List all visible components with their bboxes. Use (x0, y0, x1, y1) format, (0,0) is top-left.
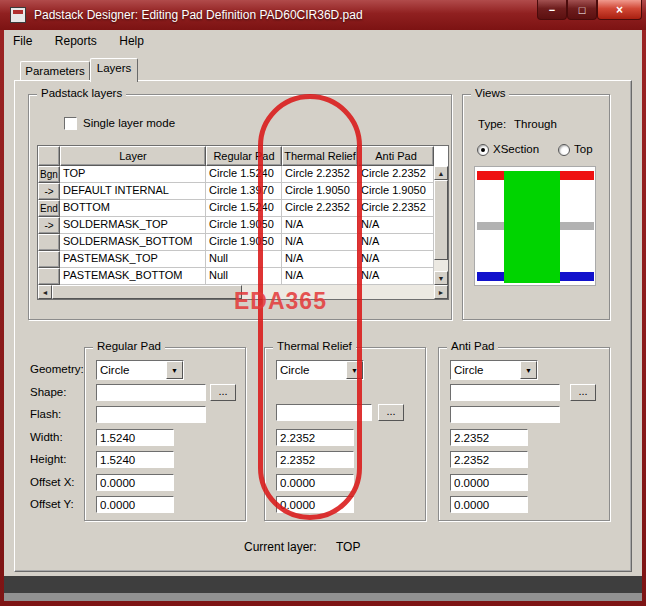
thermal-relief-cell[interactable]: N/A (282, 268, 358, 285)
anti-height-input[interactable] (450, 451, 528, 468)
single-layer-mode-checkbox[interactable] (64, 117, 77, 130)
regular-shape-browse-button[interactable]: ... (210, 384, 236, 401)
anti-shape-browse-button[interactable]: ... (570, 384, 596, 401)
window-bottom-bar (4, 593, 642, 601)
close-button[interactable]: × (597, 0, 642, 20)
chevron-down-icon[interactable]: ▼ (166, 361, 183, 379)
top-layer-right-bar (560, 171, 594, 180)
window: Padstack Designer: Editing Pad Definitio… (0, 0, 646, 606)
regular-pad-cell[interactable]: Circle 1.9050 (206, 217, 282, 234)
bottom-layer-right-bar (560, 272, 594, 281)
thermal-relief-cell[interactable]: Circle 2.2352 (282, 166, 358, 183)
menu-item-file[interactable]: File (4, 30, 41, 54)
menu-item-reports[interactable]: Reports (46, 30, 106, 54)
row-marker-cell[interactable] (38, 234, 60, 251)
row-marker-cell[interactable]: End (38, 200, 60, 217)
regular-offset-y-input[interactable] (96, 496, 174, 513)
minimize-icon: − (549, 4, 555, 16)
layer-name-cell[interactable]: SOLDERMASK_BOTTOM (60, 234, 206, 251)
row-marker-cell[interactable]: Bgn (38, 166, 60, 183)
anti-offset-x-input[interactable] (450, 474, 528, 491)
xsection-radio[interactable] (477, 144, 489, 156)
maximize-icon: □ (579, 4, 586, 16)
layer-name-cell[interactable]: BOTTOM (60, 200, 206, 217)
scroll-left-button[interactable]: ◄ (38, 285, 52, 299)
anti-flash-input[interactable] (450, 406, 560, 423)
scroll-left-icon: ◄ (42, 289, 49, 296)
column-header-regular-pad[interactable]: Regular Pad (206, 146, 282, 166)
thermal-relief-cell[interactable]: N/A (282, 234, 358, 251)
regular-flash-input[interactable] (96, 406, 206, 423)
regular-pad-cell[interactable]: Circle 1.5240 (206, 200, 282, 217)
anti-pad-cell[interactable]: N/A (358, 251, 434, 268)
column-header-layer[interactable]: Layer (60, 146, 206, 166)
thermal-relief-cell[interactable]: Circle 2.2352 (282, 200, 358, 217)
anti-pad-cell[interactable]: N/A (358, 234, 434, 251)
window-title: Padstack Designer: Editing Pad Definitio… (34, 8, 363, 22)
vertical-scroll-thumb[interactable] (434, 180, 448, 260)
thermal-flash-browse-button[interactable]: ... (378, 404, 404, 421)
anti-pad-cell[interactable]: Circle 2.2352 (358, 200, 434, 217)
app-icon (10, 7, 26, 23)
scroll-up-button[interactable]: ▲ (434, 166, 448, 180)
regular-geometry-value: Circle (100, 364, 129, 376)
scroll-down-button[interactable]: ▼ (434, 271, 448, 285)
regular-pad-cell[interactable]: Null (206, 268, 282, 285)
regular-pad-cell[interactable]: Circle 1.5240 (206, 166, 282, 183)
regular-width-input[interactable] (96, 429, 174, 446)
thermal-relief-cell[interactable]: N/A (282, 217, 358, 234)
top-layer-left-bar (477, 171, 504, 180)
regular-pad-cell[interactable]: Null (206, 251, 282, 268)
regular-geometry-select[interactable]: Circle ▼ (96, 360, 184, 380)
thermal-offset-x-input[interactable] (276, 474, 354, 491)
menu-item-help[interactable]: Help (110, 30, 153, 54)
chevron-down-icon[interactable]: ▼ (520, 361, 537, 379)
minimize-button[interactable]: − (537, 0, 567, 20)
type-value: Through (514, 118, 557, 130)
column-header-anti-pad[interactable]: Anti Pad (358, 146, 434, 166)
single-layer-mode-label: Single layer mode (83, 117, 175, 129)
regular-pad-cell[interactable]: Circle 1.9050 (206, 234, 282, 251)
anti-width-input[interactable] (450, 429, 528, 446)
thermal-geometry-select[interactable]: Circle ▼ (276, 360, 364, 380)
regular-shape-input[interactable] (96, 384, 206, 401)
regular-pad-cell[interactable]: Circle 1.3970 (206, 183, 282, 200)
regular-height-input[interactable] (96, 451, 174, 468)
tab-layers[interactable]: Layers (90, 58, 138, 82)
horizontal-scroll-thumb[interactable] (52, 285, 242, 299)
anti-shape-input[interactable] (450, 384, 560, 401)
layer-name-cell[interactable]: DEFAULT INTERNAL (60, 183, 206, 200)
thermal-offset-y-input[interactable] (276, 496, 354, 513)
tab-parameters[interactable]: Parameters (20, 61, 90, 80)
thermal-relief-cell[interactable]: Circle 1.9050 (282, 183, 358, 200)
layer-name-cell[interactable]: SOLDERMASK_TOP (60, 217, 206, 234)
scroll-down-icon: ▼ (438, 275, 445, 282)
type-label: Type: (478, 118, 506, 130)
layer-name-cell[interactable]: TOP (60, 166, 206, 183)
anti-geometry-select[interactable]: Circle ▼ (450, 360, 538, 380)
row-marker-cell[interactable]: -> (38, 183, 60, 200)
chevron-down-icon[interactable]: ▼ (346, 361, 363, 379)
top-radio[interactable] (558, 144, 570, 156)
layer-name-cell[interactable]: PASTEMASK_BOTTOM (60, 268, 206, 285)
thermal-width-input[interactable] (276, 429, 354, 446)
anti-offset-y-input[interactable] (450, 496, 528, 513)
thermal-height-input[interactable] (276, 451, 354, 468)
layer-name-cell[interactable]: PASTEMASK_TOP (60, 251, 206, 268)
flash-label: Flash: (30, 408, 61, 420)
column-header-thermal-relief[interactable]: Thermal Relief (282, 146, 358, 166)
regular-offset-x-input[interactable] (96, 474, 174, 491)
current-layer-label: Current layer: (244, 540, 317, 554)
anti-pad-cell[interactable]: Circle 2.2352 (358, 166, 434, 183)
row-marker-cell[interactable]: -> (38, 217, 60, 234)
row-marker-cell[interactable] (38, 251, 60, 268)
row-marker-cell[interactable] (38, 268, 60, 285)
thermal-relief-cell[interactable]: N/A (282, 251, 358, 268)
anti-pad-cell[interactable]: Circle 1.9050 (358, 183, 434, 200)
shape-label: Shape: (30, 386, 66, 398)
anti-pad-cell[interactable]: N/A (358, 217, 434, 234)
thermal-flash-input[interactable] (276, 404, 372, 421)
maximize-button[interactable]: □ (567, 0, 597, 20)
scroll-right-button[interactable]: ► (434, 285, 448, 299)
anti-pad-cell[interactable]: N/A (358, 268, 434, 285)
